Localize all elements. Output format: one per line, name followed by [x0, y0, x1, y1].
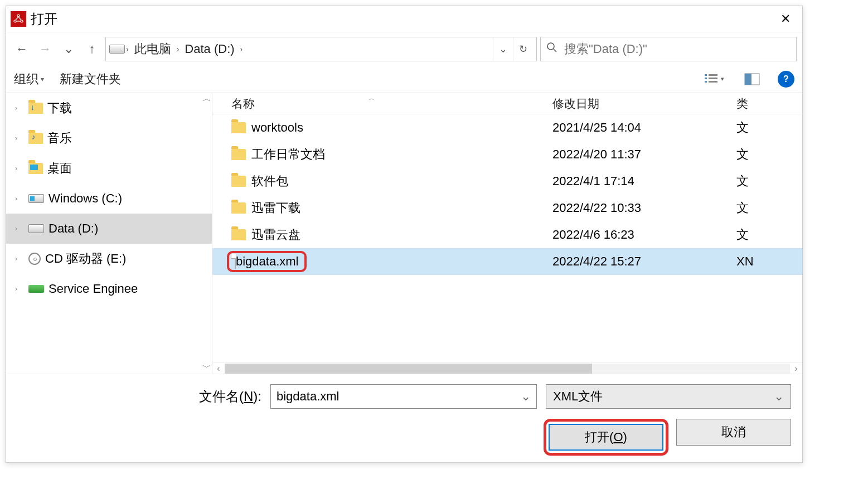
expand-icon[interactable]: ›: [15, 134, 17, 142]
filetype-value: XML文件: [553, 388, 603, 405]
scroll-up-icon[interactable]: ︿: [202, 93, 211, 105]
svg-point-6: [547, 43, 554, 50]
search-input[interactable]: [563, 41, 791, 57]
svg-point-1: [14, 20, 16, 22]
chevron-down-icon: ⌄: [521, 389, 531, 404]
svg-rect-10: [705, 81, 707, 83]
svg-line-4: [18, 17, 21, 20]
nav-bar: ← → ⌄ ↑ › 此电脑 › Data (D:) › ⌄ ↻: [6, 32, 802, 65]
horizontal-scrollbar[interactable]: ‹ ›: [212, 362, 802, 374]
svg-rect-9: [705, 78, 707, 79]
tree-item[interactable]: ›CD 驱动器 (E:): [6, 244, 212, 274]
scroll-left-icon[interactable]: ‹: [212, 364, 225, 374]
file-row[interactable]: 工作日常文档2022/4/20 11:37文: [212, 141, 802, 168]
file-row[interactable]: bigdata.xml2022/4/22 15:27XN: [212, 248, 802, 275]
file-name: 迅雷云盘: [251, 226, 300, 243]
filename-label: 文件名(N):: [199, 388, 261, 405]
breadcrumb-pc[interactable]: 此电脑: [130, 41, 176, 57]
search-box[interactable]: [540, 37, 797, 61]
file-name: bigdata.xml: [236, 254, 299, 268]
scrollbar-thumb[interactable]: [225, 364, 592, 374]
help-button[interactable]: ?: [778, 71, 794, 88]
filename-combo[interactable]: bigdata.xml ⌄: [270, 384, 537, 409]
dialog-footer: 文件名(N): bigdata.xml ⌄ XML文件 ⌄ 打开(O) 取消: [6, 374, 802, 462]
folder-icon: [231, 229, 246, 240]
svg-line-3: [16, 17, 18, 20]
search-icon: [546, 42, 557, 56]
breadcrumb-drive[interactable]: Data (D:): [180, 42, 239, 56]
toolbar: 组织 ▾ 新建文件夹 ▾ ?: [6, 65, 802, 93]
column-headers: 名称︿ 修改日期 类: [212, 93, 802, 114]
svg-rect-13: [709, 81, 717, 83]
back-button[interactable]: ←: [12, 38, 32, 60]
chevron-down-icon: ⌄: [774, 389, 784, 404]
forward-button[interactable]: →: [35, 38, 55, 60]
tree-item[interactable]: ›音乐: [6, 123, 212, 153]
refresh-button[interactable]: ↻: [513, 37, 533, 61]
expand-icon[interactable]: ›: [15, 285, 17, 293]
preview-pane-button[interactable]: [742, 71, 762, 88]
file-row[interactable]: 迅雷云盘2022/4/6 16:23文: [212, 221, 802, 248]
expand-icon[interactable]: ›: [15, 165, 17, 172]
file-date: 2022/4/6 16:23: [552, 228, 736, 242]
folder-icon: [231, 202, 246, 214]
details-view-icon: [704, 73, 719, 85]
address-dropdown[interactable]: ⌄: [493, 37, 513, 61]
scroll-right-icon[interactable]: ›: [790, 364, 802, 374]
file-name: 迅雷下载: [251, 200, 300, 216]
tree-item-label: CD 驱动器 (E:): [45, 250, 126, 267]
tree-item[interactable]: ›下载: [6, 93, 212, 123]
open-button-highlight: 打开(O): [544, 419, 668, 456]
filename-value: bigdata.xml: [277, 389, 340, 404]
file-icon: [235, 254, 236, 269]
file-name: 工作日常文档: [251, 146, 325, 163]
file-name: 软件包: [251, 173, 288, 190]
tree-item-label: Data (D:): [49, 221, 98, 236]
recent-dropdown[interactable]: ⌄: [59, 38, 79, 60]
address-bar[interactable]: › 此电脑 › Data (D:) › ⌄ ↻: [105, 37, 537, 61]
column-type[interactable]: 类: [736, 96, 802, 112]
tree-item[interactable]: ›Service Enginee: [6, 274, 212, 304]
cancel-button[interactable]: 取消: [676, 419, 791, 446]
file-date: 2022/4/22 15:27: [552, 254, 736, 269]
tree-item-label: 下载: [47, 100, 72, 117]
tree-item[interactable]: ›Windows (C:): [6, 183, 212, 214]
expand-icon[interactable]: ›: [15, 104, 17, 112]
app-icon: [11, 11, 26, 27]
file-name: worktools: [251, 120, 303, 135]
file-rows: worktools2021/4/25 14:04文工作日常文档2022/4/20…: [212, 114, 802, 275]
svg-rect-15: [745, 74, 751, 85]
view-mode-button[interactable]: ▾: [702, 71, 726, 88]
file-row[interactable]: worktools2021/4/25 14:04文: [212, 114, 802, 141]
open-file-dialog: 打开 ✕ ← → ⌄ ↑ › 此电脑 › Data (D:) › ⌄ ↻ 组织 …: [6, 6, 803, 463]
open-button[interactable]: 打开(O): [549, 424, 663, 451]
scroll-down-icon[interactable]: ﹀: [202, 362, 211, 374]
file-row[interactable]: 软件包2022/4/1 17:14文: [212, 168, 802, 195]
new-folder-button[interactable]: 新建文件夹: [60, 71, 121, 88]
close-button[interactable]: ✕: [773, 7, 798, 31]
folder-tree[interactable]: ︿﹀ ›下载›音乐›桌面›Windows (C:)›Data (D:)›CD 驱…: [6, 93, 212, 374]
column-name[interactable]: 名称︿: [212, 96, 552, 112]
expand-icon[interactable]: ›: [15, 255, 17, 263]
file-date: 2022/4/22 10:33: [552, 201, 736, 215]
expand-icon[interactable]: ›: [15, 225, 17, 233]
preview-pane-icon: [744, 73, 760, 85]
svg-rect-12: [709, 78, 717, 79]
organize-menu[interactable]: 组织 ▾: [14, 71, 44, 88]
file-type: 文: [736, 146, 802, 163]
svg-rect-8: [705, 74, 707, 76]
file-type: 文: [736, 200, 802, 216]
filetype-combo[interactable]: XML文件 ⌄: [546, 384, 791, 409]
svg-rect-11: [709, 74, 717, 76]
expand-icon[interactable]: ›: [15, 195, 17, 202]
chevron-right-icon: ›: [176, 45, 181, 54]
up-button[interactable]: ↑: [82, 38, 102, 60]
folder-icon: [231, 176, 246, 187]
chevron-right-icon: ›: [125, 45, 130, 54]
tree-item[interactable]: ›Data (D:): [6, 214, 212, 244]
file-date: 2022/4/20 11:37: [552, 147, 736, 162]
file-row[interactable]: 迅雷下载2022/4/22 10:33文: [212, 195, 802, 221]
column-date[interactable]: 修改日期: [552, 96, 736, 112]
tree-item[interactable]: ›桌面: [6, 153, 212, 183]
titlebar: 打开 ✕: [6, 6, 802, 32]
